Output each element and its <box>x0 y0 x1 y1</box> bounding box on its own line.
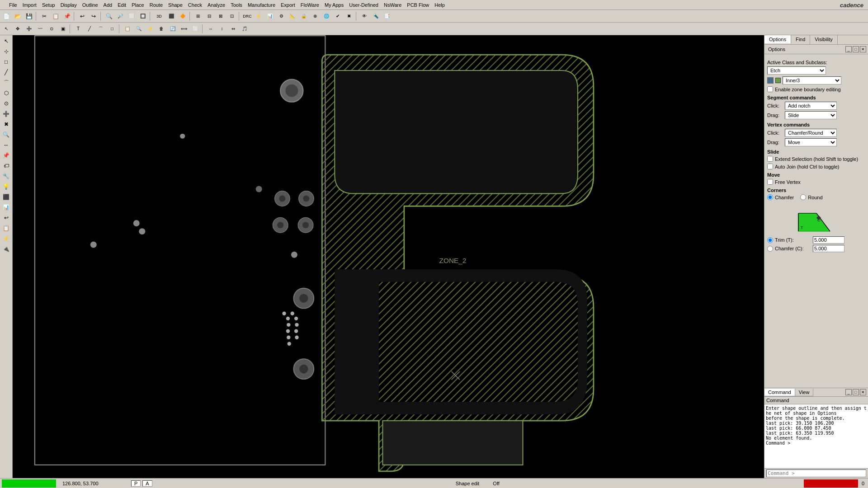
tool-pin[interactable]: 📌 <box>1 150 12 160</box>
tool-fill[interactable]: ⬛ <box>1 192 12 202</box>
menu-item-setup[interactable]: Setup <box>39 1 58 9</box>
tool-zoom[interactable]: 🔍 <box>1 130 12 140</box>
menu-item-help[interactable]: Help <box>432 1 448 9</box>
tb2-pad[interactable]: ▣ <box>57 24 68 34</box>
cmd-min-btn[interactable]: _ <box>845 389 852 395</box>
tb2-filter[interactable]: ⚡ <box>145 24 156 34</box>
tool-wrench[interactable]: 🔧 <box>1 171 12 181</box>
tb-highlight[interactable]: ⊡ <box>226 11 237 21</box>
tb-zoom-fit[interactable]: ⬜ <box>126 11 137 21</box>
menu-item-place[interactable]: Place <box>129 1 147 9</box>
status-p-btn[interactable]: P <box>131 480 141 487</box>
tb2-rect[interactable]: □ <box>107 24 118 34</box>
tb-prop[interactable]: 📐 <box>287 11 298 21</box>
tb-hide[interactable]: 👁 <box>359 11 370 21</box>
tb2-select[interactable]: ↖ <box>1 24 12 34</box>
menu-item-tools[interactable]: Tools <box>228 1 245 9</box>
tab-visibility[interactable]: Visibility <box>810 35 838 44</box>
tb2-shove[interactable]: ↕ <box>217 24 227 34</box>
chamfer-c-radio[interactable] <box>767 246 773 252</box>
tab-view[interactable]: View <box>795 389 814 396</box>
tb2-text[interactable]: T <box>73 24 84 34</box>
tb2-find[interactable]: 🔍 <box>133 24 144 34</box>
tb-show[interactable]: 🔦 <box>370 11 381 21</box>
tb-testpoint[interactable]: ⊕ <box>310 11 321 21</box>
menu-item-nsware[interactable]: NsWare <box>381 1 404 9</box>
tab-options[interactable]: Options <box>764 35 791 44</box>
status-a-btn[interactable]: A <box>142 480 152 487</box>
tb-specctra[interactable]: ⚡ <box>253 11 264 21</box>
tool-polygon[interactable]: ⬡ <box>1 88 12 98</box>
subclass-select[interactable]: Inner3 <box>783 76 841 84</box>
tb-new[interactable]: 📄 <box>1 11 12 21</box>
tb-report[interactable]: 📊 <box>264 11 275 21</box>
round-radio[interactable] <box>800 194 806 200</box>
tb-save[interactable]: 💾 <box>24 11 34 21</box>
tool-del[interactable]: ✖ <box>1 119 12 129</box>
tool-rect[interactable]: □ <box>1 57 12 67</box>
extend-selection-checkbox[interactable] <box>767 156 773 162</box>
panel-max-btn[interactable]: □ <box>853 46 859 52</box>
tb-layer[interactable]: 📑 <box>382 11 392 21</box>
tb2-group[interactable]: ⬜ <box>190 24 201 34</box>
tb-3d[interactable]: 3D <box>153 11 165 21</box>
tb-board[interactable]: ⬛ <box>166 11 177 21</box>
menu-item-export[interactable]: Export <box>278 1 298 9</box>
auto-join-checkbox[interactable] <box>767 164 773 169</box>
menu-item-pcb flow[interactable]: PCB Flow <box>404 1 432 9</box>
tool-conn[interactable]: 🔌 <box>1 244 12 254</box>
menu-item-analyze[interactable]: Analyze <box>205 1 228 9</box>
tool-pointer[interactable]: ⊹ <box>1 47 12 56</box>
vtx-click-select[interactable]: Chamfer/Round <box>785 129 837 137</box>
tb-zoom-out[interactable]: 🔎 <box>115 11 126 21</box>
tb-cut[interactable]: ✂ <box>39 11 50 21</box>
tab-find[interactable]: Find <box>791 35 810 44</box>
panel-close-btn[interactable]: ✕ <box>860 46 866 52</box>
tb2-route[interactable]: 〰 <box>35 24 46 34</box>
tb2-mirror[interactable]: ⟺ <box>179 24 189 34</box>
tool-chart[interactable]: 📊 <box>1 202 12 212</box>
menu-item-manufacture[interactable]: Manufacture <box>245 1 278 9</box>
tb-open[interactable]: 📂 <box>12 11 23 21</box>
tb-zoom-sel[interactable]: 🔲 <box>137 11 148 21</box>
free-vertex-checkbox[interactable] <box>767 179 773 185</box>
tool-line[interactable]: ╱ <box>1 67 12 77</box>
enable-zone-checkbox[interactable] <box>767 86 773 92</box>
menu-item-add[interactable]: Add <box>101 1 115 9</box>
tb2-via[interactable]: ⊙ <box>46 24 57 34</box>
cmd-max-btn[interactable]: □ <box>853 389 859 395</box>
tb-connect[interactable]: ⊠ <box>215 11 226 21</box>
tool-bolt[interactable]: ⚡ <box>1 234 12 244</box>
tool-resize[interactable]: ↔ <box>1 140 12 150</box>
tool-copy2[interactable]: 📋 <box>1 223 12 233</box>
menu-item-floware[interactable]: FloWare <box>298 1 322 9</box>
tool-arc[interactable]: ⌒ <box>1 78 12 88</box>
menu-item-import[interactable]: Import <box>20 1 39 9</box>
chamfer-radio[interactable] <box>767 194 773 200</box>
tb2-spin[interactable]: 🔄 <box>167 24 178 34</box>
tb2-line[interactable]: ╱ <box>84 24 95 34</box>
canvas-area[interactable]: ZONE_2 CONN_ZONE <box>13 35 764 478</box>
cmd-input-field[interactable] <box>766 469 866 477</box>
trim-t-input[interactable]: 5.000 <box>813 236 844 244</box>
tb-settings[interactable]: ⚙ <box>276 11 287 21</box>
tb-net[interactable]: 🌐 <box>321 11 332 21</box>
menu-item-user-defined[interactable]: User-Defined <box>346 1 381 9</box>
seg-drag-select[interactable]: Slide <box>785 111 837 119</box>
tb-grid[interactable]: ⊞ <box>193 11 203 21</box>
tb-ratsnest[interactable]: 🔶 <box>177 11 188 21</box>
trim-t-radio[interactable] <box>767 237 773 243</box>
tb-redo[interactable]: ↪ <box>88 11 99 21</box>
tb2-spread[interactable]: ⇔ <box>228 24 239 34</box>
tb-snap[interactable]: ⊟ <box>204 11 215 21</box>
tb2-arc[interactable]: ⌒ <box>95 24 106 34</box>
seg-click-select[interactable]: Add notch <box>785 102 837 110</box>
vtx-drag-select[interactable]: Move <box>785 138 837 146</box>
cmd-close-btn[interactable]: ✕ <box>860 389 866 395</box>
menu-item-edit[interactable]: Edit <box>115 1 129 9</box>
tb-cross[interactable]: ✖ <box>344 11 354 21</box>
tool-label[interactable]: 🏷 <box>1 161 12 171</box>
tb-check[interactable]: ✔ <box>332 11 343 21</box>
chamfer-c-input[interactable]: 5.000 <box>813 245 844 252</box>
tab-command[interactable]: Command <box>764 389 795 396</box>
